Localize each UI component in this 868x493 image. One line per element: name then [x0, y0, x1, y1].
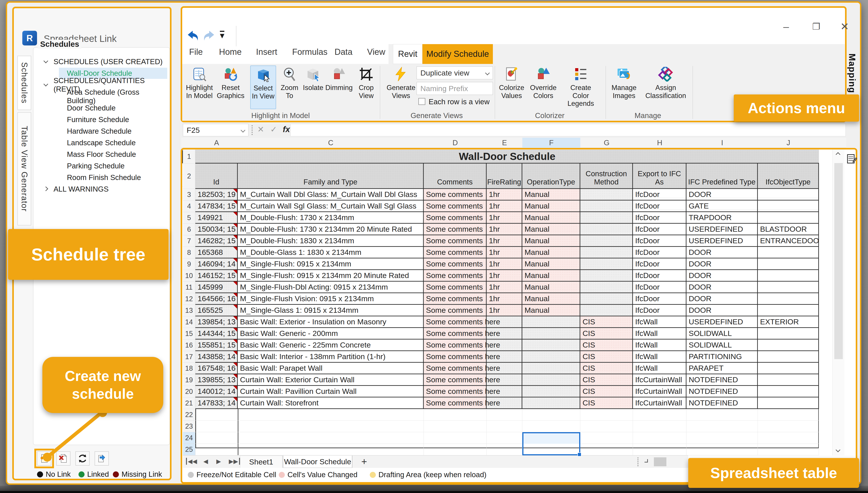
cell-H3[interactable]: IfcDoor: [633, 189, 686, 200]
cell-D10[interactable]: Some comments: [424, 270, 487, 282]
cell-A21[interactable]: 147833; 14: [195, 398, 238, 409]
header-cell-id[interactable]: Id: [195, 164, 238, 189]
cell-I21[interactable]: NOTDEFINED: [686, 398, 758, 409]
cell-F3[interactable]: Manual: [522, 189, 580, 200]
cell-J5[interactable]: [758, 212, 819, 224]
each-row-checkbox[interactable]: [418, 98, 425, 105]
hscroll-left-icon[interactable]: [645, 459, 648, 463]
tree-item-schedules-user-created[interactable]: SCHEDULES (USER CREATED): [36, 56, 168, 67]
export-schedule-button[interactable]: [95, 451, 109, 466]
close-button[interactable]: ✕: [840, 21, 849, 33]
crop-view-button[interactable]: Crop View: [353, 65, 379, 109]
cell-G4[interactable]: [580, 200, 633, 212]
cell-A24[interactable]: [195, 432, 238, 444]
qat-customize-dropdown[interactable]: ▼: [220, 31, 224, 39]
cell-E11[interactable]: 1hr: [487, 282, 522, 293]
cell-I13[interactable]: DOOR: [686, 305, 758, 316]
cell-I22[interactable]: [686, 409, 758, 421]
assign-classification-button[interactable]: Assign Classification: [647, 65, 685, 109]
cell-A5[interactable]: 149921: [195, 212, 238, 224]
cell-F21[interactable]: [522, 398, 580, 409]
tree-item-parking-schedule[interactable]: Parking Schedule: [36, 160, 168, 172]
row-header-5[interactable]: 5: [183, 212, 195, 224]
cell-G24[interactable]: [580, 432, 633, 444]
cell-A20[interactable]: 140012; 14: [195, 386, 238, 398]
cell-C11[interactable]: M_Single-Flush-Dbl Acting: 0915 x 2134mm: [238, 282, 424, 293]
override-colors-button[interactable]: Override Colors: [530, 65, 556, 109]
cell-A10[interactable]: 146152; 15: [195, 270, 238, 282]
cell-D18[interactable]: Some comments here: [424, 363, 487, 374]
tree-expander-icon[interactable]: [43, 59, 48, 63]
cell-I8[interactable]: DOOR: [686, 247, 758, 258]
tab-file[interactable]: File: [189, 47, 203, 57]
cell-G18[interactable]: CIS: [580, 363, 633, 374]
row-header-6[interactable]: 6: [183, 224, 195, 235]
cell-E6[interactable]: 1hr: [487, 224, 522, 235]
side-tab-table-view-generator[interactable]: Table View Generator: [17, 112, 31, 226]
cell-A13[interactable]: 165525: [195, 305, 238, 316]
cell-G22[interactable]: [580, 409, 633, 421]
cell-I17[interactable]: PARTITIONING: [686, 351, 758, 363]
cell-C7[interactable]: M_Double-Flush: 1830 x 2134mm: [238, 235, 424, 247]
reset-graphics-button[interactable]: Reset Graphics: [218, 65, 244, 109]
row-header-15[interactable]: 15: [183, 328, 195, 340]
cell-G23[interactable]: [580, 421, 633, 432]
cell-H14[interactable]: IfcWall: [633, 316, 686, 328]
cell-I5[interactable]: TRAPDOOR: [686, 212, 758, 224]
cell-G17[interactable]: CIS: [580, 351, 633, 363]
vertical-scrollbar[interactable]: [832, 150, 844, 455]
cell-D15[interactable]: Some comments here: [424, 328, 487, 340]
cell-C19[interactable]: Curtain Wall: Exterior Curtain Wall: [238, 374, 424, 386]
cell-G25[interactable]: [580, 444, 633, 455]
cell-J23[interactable]: [758, 421, 819, 432]
cell-H18[interactable]: IfcWall: [633, 363, 686, 374]
cell-D16[interactable]: Some comments here: [424, 340, 487, 351]
cell-I9[interactable]: DOOR: [686, 258, 758, 270]
cell-A19[interactable]: 139855; 13: [195, 374, 238, 386]
cell-C20[interactable]: Curtain Wall: Pavillion Curtain Wall: [238, 386, 424, 398]
cell-F7[interactable]: Manual: [522, 235, 580, 247]
cell-C13[interactable]: M_Single-Glass 1: 0915 x 2134mm: [238, 305, 424, 316]
header-cell-export-to-ifc-as[interactable]: Export to IFC As: [633, 164, 686, 189]
cell-H16[interactable]: IfcWall: [633, 340, 686, 351]
tree-item-furniture-schedule[interactable]: Furniture Schedule: [36, 114, 168, 125]
cell-H10[interactable]: IfcDoor: [633, 270, 686, 282]
cell-H19[interactable]: IfcCurtainWall: [633, 374, 686, 386]
formula-accept-button[interactable]: ✓: [270, 125, 277, 134]
header-cell-operationtype[interactable]: OperationType: [522, 164, 580, 189]
cell-H5[interactable]: IfcDoor: [633, 212, 686, 224]
naming-prefix-input[interactable]: Naming Prefix: [417, 82, 493, 95]
row-header-13[interactable]: 13: [183, 305, 195, 316]
cell-G11[interactable]: [580, 282, 633, 293]
cell-A25[interactable]: [195, 444, 238, 455]
row-header-24[interactable]: 24: [183, 432, 195, 444]
column-header-C[interactable]: C: [328, 138, 334, 147]
cell-C24[interactable]: [238, 432, 424, 444]
row-header-12[interactable]: 12: [183, 293, 195, 305]
cell-A16[interactable]: 155851; 15: [195, 340, 238, 351]
cell-C3[interactable]: M_Curtain Wall Dbl Glass: M_Curtain Wall…: [238, 189, 424, 200]
cell-D21[interactable]: Some comments here: [424, 398, 487, 409]
cell-C9[interactable]: M_Single-Flush: 0915 x 2134mm: [238, 258, 424, 270]
cell-E25[interactable]: [487, 444, 522, 455]
column-header-J[interactable]: J: [787, 138, 790, 147]
cell-C17[interactable]: Basic Wall: Interior - 138mm Partition (…: [238, 351, 424, 363]
cell-J12[interactable]: [758, 293, 819, 305]
column-header-H[interactable]: H: [657, 138, 662, 147]
column-header-E[interactable]: E: [502, 138, 507, 147]
cell-H6[interactable]: IfcDoor: [633, 224, 686, 235]
cell-J15[interactable]: [758, 328, 819, 340]
cell-I18[interactable]: PARAPET: [686, 363, 758, 374]
highlight-in-model-button[interactable]: Highlight In Model: [186, 65, 212, 109]
scroll-down-icon[interactable]: [836, 448, 840, 452]
tab-formulas[interactable]: Formulas: [292, 47, 327, 57]
cell-H8[interactable]: IfcDoor: [633, 247, 686, 258]
cell-J14[interactable]: EXTERIOR: [758, 316, 819, 328]
scroll-up-icon[interactable]: [836, 152, 840, 157]
cell-C8[interactable]: M_Double-Glass 1: 1830 x 2134mm: [238, 247, 424, 258]
formula-input[interactable]: [290, 124, 846, 136]
cell-I6[interactable]: USERDEFINED: [686, 224, 758, 235]
cell-H22[interactable]: [633, 409, 686, 421]
cell-H17[interactable]: IfcWall: [633, 351, 686, 363]
cell-C16[interactable]: Basic Wall: Generic - 225mm Concrete: [238, 340, 424, 351]
